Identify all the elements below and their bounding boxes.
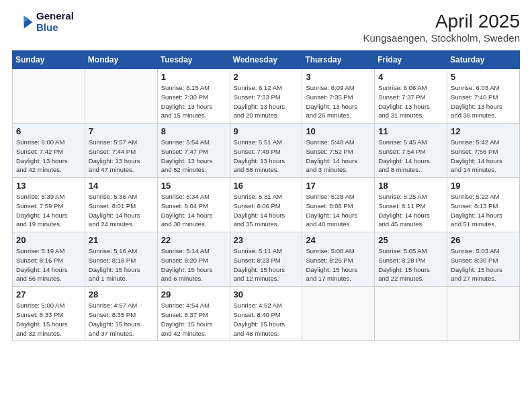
calendar-cell: 3Sunrise: 6:09 AM Sunset: 7:35 PM Daylig…	[302, 69, 375, 124]
weekday-header-row: Sunday Monday Tuesday Wednesday Thursday…	[13, 51, 520, 69]
day-info: Sunrise: 5:45 AM Sunset: 7:54 PM Dayligh…	[378, 138, 443, 175]
day-number: 7	[89, 126, 154, 136]
day-info: Sunrise: 6:09 AM Sunset: 7:35 PM Dayligh…	[306, 83, 371, 120]
calendar-cell: 9Sunrise: 5:51 AM Sunset: 7:49 PM Daylig…	[230, 124, 302, 178]
day-info: Sunrise: 5:19 AM Sunset: 8:16 PM Dayligh…	[16, 246, 81, 283]
logo-general-text: General	[36, 11, 74, 22]
calendar-week-row: 1Sunrise: 6:15 AM Sunset: 7:30 PM Daylig…	[13, 69, 520, 124]
calendar-cell: 2Sunrise: 6:12 AM Sunset: 7:33 PM Daylig…	[230, 69, 302, 124]
calendar-title: April 2025	[363, 11, 521, 32]
day-info: Sunrise: 5:51 AM Sunset: 7:49 PM Dayligh…	[234, 138, 299, 175]
calendar-week-row: 20Sunrise: 5:19 AM Sunset: 8:16 PM Dayli…	[13, 232, 520, 287]
day-number: 12	[451, 126, 516, 136]
day-number: 20	[16, 235, 81, 245]
day-number: 15	[161, 181, 226, 191]
calendar-cell	[375, 287, 447, 341]
calendar-cell: 1Sunrise: 6:15 AM Sunset: 7:30 PM Daylig…	[157, 69, 230, 124]
header-friday: Friday	[375, 51, 447, 69]
calendar-cell: 25Sunrise: 5:05 AM Sunset: 8:28 PM Dayli…	[375, 232, 447, 287]
day-info: Sunrise: 4:54 AM Sunset: 8:37 PM Dayligh…	[161, 301, 226, 338]
calendar-cell: 11Sunrise: 5:45 AM Sunset: 7:54 PM Dayli…	[375, 124, 447, 178]
day-info: Sunrise: 4:57 AM Sunset: 8:35 PM Dayligh…	[89, 301, 154, 338]
calendar-cell: 20Sunrise: 5:19 AM Sunset: 8:16 PM Dayli…	[13, 232, 85, 287]
day-number: 22	[161, 235, 226, 245]
header-thursday: Thursday	[302, 51, 375, 69]
calendar-cell: 16Sunrise: 5:31 AM Sunset: 8:06 PM Dayli…	[230, 178, 302, 232]
day-number: 9	[234, 126, 299, 136]
day-number: 28	[89, 289, 154, 300]
day-number: 29	[161, 289, 226, 300]
day-info: Sunrise: 6:15 AM Sunset: 7:30 PM Dayligh…	[161, 83, 226, 120]
day-number: 5	[451, 72, 516, 82]
day-info: Sunrise: 5:14 AM Sunset: 8:20 PM Dayligh…	[161, 246, 226, 283]
day-number: 25	[378, 235, 443, 245]
day-info: Sunrise: 5:34 AM Sunset: 8:04 PM Dayligh…	[161, 192, 226, 229]
calendar-week-row: 13Sunrise: 5:39 AM Sunset: 7:59 PM Dayli…	[13, 178, 520, 232]
calendar-cell: 21Sunrise: 5:16 AM Sunset: 8:18 PM Dayli…	[85, 232, 157, 287]
calendar-cell: 12Sunrise: 5:42 AM Sunset: 7:56 PM Dayli…	[447, 124, 520, 178]
calendar-cell: 17Sunrise: 5:28 AM Sunset: 8:08 PM Dayli…	[302, 178, 375, 232]
day-number: 13	[16, 181, 81, 191]
calendar-cell: 18Sunrise: 5:25 AM Sunset: 8:11 PM Dayli…	[375, 178, 447, 232]
calendar-cell: 4Sunrise: 6:06 AM Sunset: 7:37 PM Daylig…	[375, 69, 447, 124]
day-info: Sunrise: 4:52 AM Sunset: 8:40 PM Dayligh…	[234, 301, 299, 338]
day-number: 26	[451, 235, 516, 245]
logo-blue-text: Blue	[36, 22, 74, 34]
day-number: 3	[306, 72, 371, 82]
day-info: Sunrise: 5:03 AM Sunset: 8:30 PM Dayligh…	[451, 246, 516, 283]
calendar-cell: 30Sunrise: 4:52 AM Sunset: 8:40 PM Dayli…	[230, 287, 302, 341]
day-number: 11	[378, 126, 443, 136]
day-number: 14	[89, 181, 154, 191]
day-number: 10	[306, 126, 371, 136]
day-number: 17	[306, 181, 371, 191]
day-info: Sunrise: 5:36 AM Sunset: 8:01 PM Dayligh…	[89, 192, 154, 229]
calendar-cell: 26Sunrise: 5:03 AM Sunset: 8:30 PM Dayli…	[447, 232, 520, 287]
day-info: Sunrise: 5:22 AM Sunset: 8:13 PM Dayligh…	[451, 192, 516, 229]
calendar-week-row: 27Sunrise: 5:00 AM Sunset: 8:33 PM Dayli…	[13, 287, 520, 341]
day-info: Sunrise: 5:00 AM Sunset: 8:33 PM Dayligh…	[16, 301, 81, 338]
calendar-cell	[13, 69, 85, 124]
calendar-cell: 24Sunrise: 5:08 AM Sunset: 8:25 PM Dayli…	[302, 232, 375, 287]
day-info: Sunrise: 5:11 AM Sunset: 8:23 PM Dayligh…	[234, 246, 299, 283]
day-number: 16	[234, 181, 299, 191]
title-block: April 2025 Kungsaengen, Stockholm, Swede…	[363, 11, 521, 44]
day-info: Sunrise: 5:42 AM Sunset: 7:56 PM Dayligh…	[451, 138, 516, 175]
day-number: 4	[378, 72, 443, 82]
day-number: 2	[234, 72, 299, 82]
calendar-subtitle: Kungsaengen, Stockholm, Sweden	[363, 32, 521, 44]
day-info: Sunrise: 5:08 AM Sunset: 8:25 PM Dayligh…	[306, 246, 371, 283]
calendar-cell: 8Sunrise: 5:54 AM Sunset: 7:47 PM Daylig…	[157, 124, 230, 178]
calendar-cell: 15Sunrise: 5:34 AM Sunset: 8:04 PM Dayli…	[157, 178, 230, 232]
day-number: 8	[161, 126, 226, 136]
day-info: Sunrise: 6:12 AM Sunset: 7:33 PM Dayligh…	[234, 83, 299, 120]
day-number: 27	[16, 289, 81, 300]
day-info: Sunrise: 6:00 AM Sunset: 7:42 PM Dayligh…	[16, 138, 81, 175]
day-number: 6	[16, 126, 81, 136]
day-info: Sunrise: 5:54 AM Sunset: 7:47 PM Dayligh…	[161, 138, 226, 175]
calendar-cell	[85, 69, 157, 124]
calendar-cell	[302, 287, 375, 341]
day-number: 21	[89, 235, 154, 245]
day-number: 24	[306, 235, 371, 245]
day-info: Sunrise: 5:28 AM Sunset: 8:08 PM Dayligh…	[306, 192, 371, 229]
page: General Blue April 2025 Kungsaengen, Sto…	[0, 0, 532, 411]
calendar-cell: 6Sunrise: 6:00 AM Sunset: 7:42 PM Daylig…	[13, 124, 85, 178]
header-sunday: Sunday	[13, 51, 85, 69]
logo: General Blue	[12, 11, 74, 33]
calendar-cell	[447, 287, 520, 341]
calendar-cell: 10Sunrise: 5:48 AM Sunset: 7:52 PM Dayli…	[302, 124, 375, 178]
calendar-cell: 29Sunrise: 4:54 AM Sunset: 8:37 PM Dayli…	[157, 287, 230, 341]
calendar-cell: 7Sunrise: 5:57 AM Sunset: 7:44 PM Daylig…	[85, 124, 157, 178]
day-info: Sunrise: 5:31 AM Sunset: 8:06 PM Dayligh…	[234, 192, 299, 229]
calendar-cell: 22Sunrise: 5:14 AM Sunset: 8:20 PM Dayli…	[157, 232, 230, 287]
day-info: Sunrise: 6:06 AM Sunset: 7:37 PM Dayligh…	[378, 83, 443, 120]
calendar-week-row: 6Sunrise: 6:00 AM Sunset: 7:42 PM Daylig…	[13, 124, 520, 178]
logo-icon	[12, 11, 34, 33]
day-info: Sunrise: 5:57 AM Sunset: 7:44 PM Dayligh…	[89, 138, 154, 175]
header: General Blue April 2025 Kungsaengen, Sto…	[12, 11, 520, 44]
day-info: Sunrise: 5:16 AM Sunset: 8:18 PM Dayligh…	[89, 246, 154, 283]
day-number: 19	[451, 181, 516, 191]
header-wednesday: Wednesday	[230, 51, 302, 69]
day-info: Sunrise: 5:48 AM Sunset: 7:52 PM Dayligh…	[306, 138, 371, 175]
header-monday: Monday	[85, 51, 157, 69]
